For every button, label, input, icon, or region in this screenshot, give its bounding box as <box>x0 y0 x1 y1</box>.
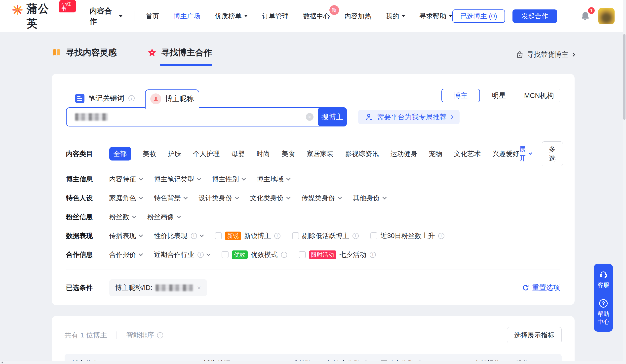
info-icon[interactable] <box>157 332 163 338</box>
dropdown-cost-performance[interactable]: 性价比表现 <box>154 231 203 240</box>
dropdown-region[interactable]: 博主地域 <box>257 175 290 184</box>
dropdown-note-type[interactable]: 博主笔记类型 <box>154 175 200 184</box>
expand-link[interactable]: 展开 <box>519 145 532 163</box>
tab-blogger-nickname[interactable]: 博主昵称 <box>145 89 199 109</box>
info-icon[interactable] <box>352 233 359 239</box>
category-chip-all[interactable]: 全部 <box>109 147 131 161</box>
dropdown-media-identity[interactable]: 传媒类身份 <box>302 194 341 202</box>
chevron-right-icon <box>449 115 453 119</box>
dropdown-label: 传播表现 <box>109 231 136 240</box>
open-book-icon <box>52 48 62 58</box>
customer-service-button[interactable]: 客服 <box>597 281 610 289</box>
checkbox-new-rising-blogger[interactable]: 新锐 新锐博主 <box>215 231 280 240</box>
blogger-search-input[interactable]: 搜博主 <box>66 107 347 126</box>
dropdown-fans-profile[interactable]: 粉丝画像 <box>147 212 180 221</box>
top-navbar: 蒲公英 小红书 内容合作 首页 博主广场 优质榜单 订单管理 数据中心 <box>0 0 626 32</box>
selected-bloggers-button[interactable]: 已选博主 (0) <box>452 9 505 23</box>
platform-recommend-link[interactable]: 需要平台为我专属推荐 <box>358 110 460 124</box>
category-chip-personal-care[interactable]: 个人护理 <box>193 149 220 158</box>
checkbox[interactable] <box>215 232 222 239</box>
checkbox-exclude-inactive[interactable]: 剔除低活跃博主 <box>292 231 359 240</box>
nav-item-content-heating[interactable]: 内容加热 <box>345 12 371 21</box>
chevron-down-icon <box>132 214 136 218</box>
dropdown-family-role[interactable]: 家庭角色 <box>109 194 142 202</box>
horizontal-scrollbar[interactable] <box>0 361 623 364</box>
clear-input-icon[interactable] <box>306 113 313 121</box>
help-center-button[interactable]: 帮助中心 <box>597 310 610 325</box>
dropdown-culture-identity[interactable]: 文化类身份 <box>250 194 290 202</box>
tab-note-keyword[interactable]: 笔记关键词 <box>66 89 145 108</box>
choose-metrics-button[interactable]: 选择展示指标 <box>507 327 562 343</box>
info-icon[interactable] <box>274 233 280 239</box>
remove-condition-icon[interactable] <box>197 284 201 291</box>
nav-item-quality-ranking[interactable]: 优质榜单 <box>215 12 248 21</box>
checkbox-fans-rising-30d[interactable]: 近30日粉丝数上升 <box>370 231 444 240</box>
brand-logo[interactable]: 蒲公英 小红书 <box>11 1 76 31</box>
selected-conditions-label: 已选条件 <box>66 283 109 292</box>
commerce-link-label: 寻找带货博主 <box>527 50 569 59</box>
multi-select-button[interactable]: 多选 <box>542 141 563 166</box>
nav-item-seek-help[interactable]: 寻求帮助 <box>420 12 452 21</box>
checkbox[interactable] <box>222 251 229 258</box>
category-chip-culture-art[interactable]: 文化艺术 <box>454 149 481 158</box>
category-chip-beauty[interactable]: 美妆 <box>143 149 156 158</box>
product-menu-content-collab[interactable]: 内容合作 <box>89 6 122 26</box>
chevron-down-icon <box>197 176 201 181</box>
tab-find-blogger-collab[interactable]: 寻找博主合作 <box>147 47 212 66</box>
search-blogger-button[interactable]: 搜博主 <box>318 107 347 126</box>
checkbox[interactable] <box>292 232 299 239</box>
checkbox-youxiao-mode[interactable]: 优效 优效模式 <box>222 250 287 259</box>
dropdown-collab-price[interactable]: 合作报价 <box>109 250 142 259</box>
smart-sort[interactable]: 智能排序 <box>126 330 163 340</box>
category-chip-film-tv[interactable]: 影视综资讯 <box>345 149 379 158</box>
dropdown-fans-count[interactable]: 粉丝数 <box>109 212 136 221</box>
checkbox[interactable] <box>299 251 306 258</box>
category-chip-hobbies[interactable]: 兴趣爱好 <box>493 149 519 158</box>
category-chip-maternity[interactable]: 母婴 <box>232 149 245 158</box>
info-icon[interactable] <box>281 252 287 258</box>
category-chip-pets[interactable]: 宠物 <box>429 149 442 158</box>
nav-item-mine[interactable]: 我的 <box>386 12 405 21</box>
person-add-icon <box>365 113 374 121</box>
scroll-left-arrow-icon[interactable] <box>1 361 3 364</box>
dropdown-content-feature[interactable]: 内容特征 <box>109 175 142 184</box>
checkbox-qixi-activity[interactable]: 限时活动 七夕活动 <box>299 250 376 259</box>
nav-item-label: 我的 <box>386 12 399 21</box>
dropdown-design-identity[interactable]: 设计类身份 <box>199 194 238 202</box>
vertical-scrollbar-thumb[interactable] <box>623 34 626 120</box>
reset-options-link[interactable]: 重置选项 <box>522 283 560 292</box>
nav-item-blogger-plaza[interactable]: 博主广场 <box>174 12 200 21</box>
tab-find-content-inspiration[interactable]: 寻找内容灵感 <box>52 47 117 66</box>
nav-item-label: 博主广场 <box>174 12 200 21</box>
find-commerce-blogger-link[interactable]: 寻找带货博主 <box>515 50 575 59</box>
category-chip-home[interactable]: 家居家装 <box>307 149 334 158</box>
info-icon[interactable] <box>197 252 204 258</box>
dropdown-recent-collab-industry[interactable]: 近期合作行业 <box>154 250 210 259</box>
dropdown-gender[interactable]: 博主性别 <box>212 175 245 184</box>
info-icon[interactable] <box>438 233 444 239</box>
category-chip-skincare[interactable]: 护肤 <box>168 149 181 158</box>
category-chip-food[interactable]: 美食 <box>282 149 295 158</box>
selected-condition-tag: 博主昵称/ID: <box>109 279 207 296</box>
checkbox[interactable] <box>370 232 377 239</box>
recommend-label: 需要平台为我专属推荐 <box>377 112 447 122</box>
nav-item-home[interactable]: 首页 <box>146 12 159 21</box>
category-chip-sports[interactable]: 运动健身 <box>391 149 417 158</box>
notification-bell[interactable]: 1 <box>580 11 591 22</box>
nav-item-order-management[interactable]: 订单管理 <box>262 12 289 21</box>
dropdown-other-identity[interactable]: 其他身份 <box>353 194 386 202</box>
user-avatar[interactable] <box>598 8 615 24</box>
dropdown-label: 粉丝画像 <box>147 212 174 221</box>
dropdown-label: 传媒类身份 <box>302 194 335 202</box>
dropdown-background[interactable]: 特色背景 <box>154 194 187 202</box>
info-icon[interactable] <box>370 252 376 258</box>
chevron-down-icon <box>244 15 248 17</box>
vertical-scrollbar[interactable] <box>623 0 626 364</box>
info-icon[interactable] <box>191 233 197 239</box>
dropdown-label: 博主性别 <box>212 175 239 184</box>
nav-item-data-center[interactable]: 数据中心 新 <box>303 12 330 21</box>
start-collab-button[interactable]: 发起合作 <box>512 9 557 23</box>
dropdown-spread-performance[interactable]: 传播表现 <box>109 231 142 240</box>
category-chip-fashion[interactable]: 时尚 <box>257 149 270 158</box>
info-icon[interactable] <box>128 95 135 101</box>
